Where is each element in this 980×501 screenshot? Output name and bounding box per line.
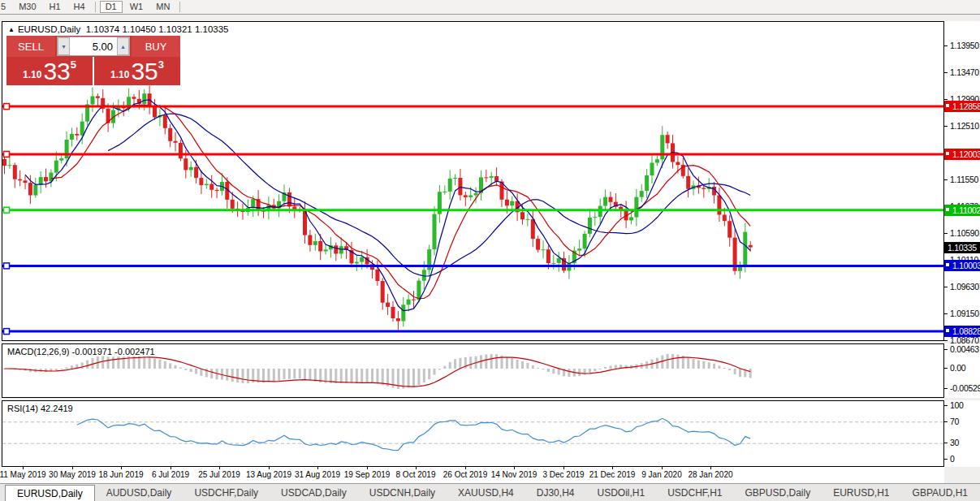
macd-tick-label: 0.00463	[950, 344, 979, 354]
chart-tab-eurusd-h1[interactable]: EURUSD,H1	[822, 484, 900, 501]
buy-price-button[interactable]: 1.10 35 3	[94, 57, 180, 85]
line-handle-icon[interactable]	[945, 328, 950, 333]
timeframe-button-h4[interactable]: H4	[68, 1, 91, 13]
rsi-tick-mark	[944, 421, 948, 422]
price-level-tag[interactable]: 1.10335	[944, 242, 980, 253]
rsi-tick-label: 70	[950, 417, 959, 426]
date-tick-mark	[317, 467, 318, 469]
macd-value-signal: -0.002471	[114, 347, 155, 356]
buy-price-sup: 3	[158, 58, 164, 71]
toolbar-separator	[179, 2, 180, 12]
date-tick-mark	[563, 467, 564, 469]
toolbar-separator	[95, 2, 96, 12]
sell-price-button[interactable]: 1.10 33 5	[6, 57, 94, 85]
rsi-axis[interactable]: 10070300	[944, 400, 980, 467]
macd-value-main: -0.001971	[71, 347, 112, 356]
date-tick-mark	[662, 467, 663, 469]
price-tick-label: 1.13950	[950, 41, 979, 50]
date-tick-mark	[612, 467, 613, 469]
sell-price-sup: 5	[71, 58, 76, 71]
chart-tab-bar: EURUSD,DailyAUDUSD,DailyUSDCHF,DailyUSDC…	[0, 483, 980, 501]
date-tick-mark	[219, 467, 220, 469]
line-handle-icon[interactable]	[945, 262, 950, 267]
price-level-tag[interactable]: 1.10003	[944, 260, 980, 271]
volume-input[interactable]: 5.00	[70, 41, 117, 53]
volume-spinner: ▼ 5.00 ▲	[57, 37, 130, 56]
chart-tab-gbpaud-h1[interactable]: GBPAUD,H1	[901, 484, 979, 501]
macd-tick-mark	[944, 388, 948, 389]
chart-tab-gbpusd-daily[interactable]: GBPUSD,Daily	[734, 484, 822, 501]
timeframe-button-5[interactable]: 5	[0, 1, 11, 13]
timeframe-button-d1[interactable]: D1	[100, 1, 123, 13]
price-tick-mark	[944, 340, 948, 341]
date-tick-mark	[710, 467, 711, 469]
rsi-label: RSI(14) 42.2419	[7, 404, 73, 413]
price-tick-label: 1.13470	[950, 67, 979, 77]
sell-price-big: 33	[43, 59, 70, 84]
rsi-tick-mark	[944, 443, 948, 443]
buy-price-prefix: 1.10	[110, 69, 129, 80]
price-level-tag[interactable]: 1.12858	[944, 101, 980, 112]
price-tick-mark	[944, 126, 948, 127]
date-tick-mark	[514, 467, 515, 469]
chart-tab-usdchf-daily[interactable]: USDCHF,Daily	[183, 484, 270, 501]
date-tick-mark	[465, 467, 466, 469]
date-axis[interactable]: 11 May 201930 May 201918 Jun 20196 Jul 2…	[0, 467, 944, 483]
chart-ohlc-values: 1.10374 1.10450 1.10321 1.10335	[86, 24, 229, 34]
chart-tab-dj30-h4[interactable]: DJ30,H4	[525, 484, 586, 501]
sell-price-prefix: 1.10	[23, 69, 41, 80]
buy-button[interactable]: BUY	[132, 36, 180, 57]
collapse-triangle-icon[interactable]: ▲	[8, 26, 15, 33]
price-level-tag[interactable]: 1.12003	[944, 149, 980, 160]
rsi-panel[interactable]: RSI(14) 42.2419	[2, 400, 944, 467]
rsi-tick-label: 0	[950, 454, 955, 464]
date-tick-mark	[121, 467, 122, 469]
price-level-tag[interactable]: 1.08828	[944, 326, 980, 337]
chart-tab-usdchf-h1[interactable]: USDCHF,H1	[656, 484, 733, 501]
price-level-tag[interactable]: 1.11002	[944, 205, 980, 216]
sell-button[interactable]: SELL	[6, 36, 55, 57]
chart-title: ▲EURUSD,Daily 1.10374 1.10450 1.10321 1.…	[8, 24, 229, 34]
timeframe-button-mn[interactable]: MN	[150, 1, 175, 13]
date-label: 28 Jan 2020	[676, 470, 745, 479]
line-handle-icon[interactable]	[945, 207, 950, 212]
price-tick-label: 1.09630	[950, 282, 979, 292]
macd-tick-label: 0.00	[950, 363, 965, 373]
date-tick-mark	[171, 467, 171, 469]
macd-axis[interactable]: 0.004630.00-0.005299	[944, 343, 980, 398]
line-handle-icon[interactable]	[945, 151, 950, 156]
date-tick-mark	[269, 467, 270, 469]
one-click-trade-panel: SELL ▼ 5.00 ▲ BUY 1.10 33 5 1.10 35 3	[6, 36, 180, 85]
volume-increase-button[interactable]: ▲	[117, 37, 129, 55]
date-tick-mark	[23, 467, 24, 469]
line-handle-icon[interactable]	[945, 103, 950, 108]
rsi-chart	[2, 401, 943, 466]
price-tick-label: 1.09150	[950, 309, 979, 318]
chart-tab-usdcad-daily[interactable]: USDCAD,Daily	[270, 484, 358, 501]
price-tick-mark	[944, 99, 948, 100]
rsi-tick-mark	[944, 459, 948, 460]
date-tick-mark	[72, 467, 73, 469]
chart-tab-xauusd-h4[interactable]: XAUUSD,H4	[447, 484, 525, 501]
macd-tick-mark	[944, 368, 948, 369]
timeframe-button-w1[interactable]: W1	[124, 1, 149, 13]
price-tick-mark	[944, 72, 948, 73]
rsi-tick-label: 100	[950, 400, 964, 410]
macd-panel[interactable]: MACD(12,26,9) -0.001971 -0.002471	[2, 343, 944, 398]
price-tick-label: 1.10590	[950, 228, 979, 238]
price-axis[interactable]: 1.139501.134701.129901.125101.120301.115…	[944, 21, 980, 341]
volume-decrease-button[interactable]: ▼	[58, 37, 70, 55]
chart-tab-usdoil-h1[interactable]: USDOil,H1	[585, 484, 656, 501]
price-tick-label: 1.11550	[950, 175, 978, 184]
macd-label: MACD(12,26,9) -0.001971 -0.002471	[7, 347, 155, 356]
chart-tab-usdcnh-daily[interactable]: USDCNH,Daily	[358, 484, 447, 501]
rsi-tick-label: 30	[950, 438, 959, 447]
price-tick-mark	[944, 287, 948, 287]
timeframe-button-m30[interactable]: M30	[13, 1, 41, 13]
macd-tick-mark	[944, 349, 948, 350]
timeframe-button-h1[interactable]: H1	[44, 1, 67, 13]
chart-tab-audusd-daily[interactable]: AUDUSD,Daily	[95, 484, 183, 501]
chart-tab-eurusd-daily[interactable]: EURUSD,Daily	[5, 485, 95, 501]
price-tick-mark	[944, 45, 948, 46]
date-tick-mark	[416, 467, 417, 469]
